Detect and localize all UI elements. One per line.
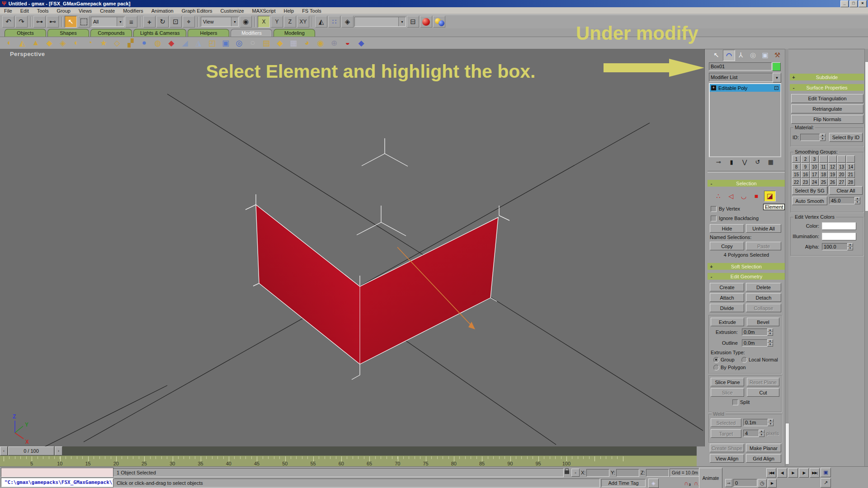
tab-modeling[interactable]: Modeling xyxy=(274,29,315,37)
modifier-icon[interactable]: ◆ xyxy=(44,38,54,48)
surface-properties-rollout-header[interactable]: -Surface Properties xyxy=(790,84,864,91)
view-align-button[interactable]: View Align xyxy=(710,454,744,463)
tab-modifiers[interactable]: Modifiers xyxy=(231,29,272,37)
maximize-button[interactable]: □ xyxy=(849,0,858,7)
material-editor-icon[interactable] xyxy=(420,16,432,28)
ignore-backfacing-checkbox[interactable] xyxy=(711,216,717,221)
menu-item[interactable]: Help xyxy=(280,8,298,14)
create-shape-button[interactable]: Create Shape xyxy=(710,444,744,452)
menu-item[interactable]: Edit xyxy=(16,8,33,14)
by-vertex-checkbox[interactable] xyxy=(711,206,717,212)
x-coord-field[interactable] xyxy=(586,469,609,477)
select-by-sg-button[interactable]: Select By SG xyxy=(792,186,827,195)
render-icon[interactable] xyxy=(433,16,445,28)
material-id-spinner[interactable]: ▲▼ xyxy=(820,134,826,141)
smoothing-group-button[interactable]: 20 xyxy=(837,171,846,178)
extended-panel-scrollbar[interactable] xyxy=(864,49,868,466)
box-left-wall[interactable] xyxy=(256,205,360,364)
time-configuration-icon[interactable]: ◷ xyxy=(758,479,767,488)
hide-button[interactable]: Hide xyxy=(710,224,744,233)
modifier-icon[interactable]: ◖ xyxy=(4,38,14,48)
absolute-offset-toggle-icon[interactable]: ◦ xyxy=(571,469,580,477)
polygon-mode-icon[interactable]: ■ xyxy=(751,192,761,201)
menu-item[interactable]: Tools xyxy=(33,8,53,14)
smoothing-group-button[interactable]: 3 xyxy=(810,155,819,163)
use-center-icon[interactable]: ◉ xyxy=(240,16,252,28)
by-polygon-radio[interactable] xyxy=(713,365,719,371)
smoothing-group-button[interactable]: 2 xyxy=(801,155,810,163)
select-and-link-icon[interactable]: ⊶ xyxy=(33,16,46,28)
time-slider[interactable]: 0 / 100 xyxy=(8,446,54,455)
menu-item[interactable]: Create xyxy=(96,8,119,14)
configure-modifier-sets-icon[interactable]: ▦ xyxy=(766,158,775,166)
smoothing-group-button[interactable] xyxy=(837,155,846,163)
menu-item[interactable]: Graph Editors xyxy=(178,8,217,14)
smoothing-group-button[interactable]: 15 xyxy=(792,171,801,178)
y-coord-field[interactable] xyxy=(616,469,639,477)
modifier-icon[interactable]: ◌ xyxy=(248,38,258,48)
smoothing-group-button[interactable]: 26 xyxy=(828,178,837,186)
named-selection-dropdown[interactable]: ▼ xyxy=(354,17,406,27)
edge-mode-icon[interactable]: ◁ xyxy=(726,192,736,201)
outline-field[interactable]: 0.0m xyxy=(742,339,768,347)
attach-button[interactable]: Attach xyxy=(710,293,744,302)
utilities-tab-icon[interactable]: ⚒ xyxy=(772,50,783,60)
modifier-icon[interactable]: ◎ xyxy=(234,38,244,48)
smoothing-group-button[interactable]: 17 xyxy=(810,171,819,178)
selection-filter-icon[interactable]: ▶ xyxy=(768,479,777,488)
group-radio[interactable] xyxy=(713,357,719,363)
local-normal-radio[interactable] xyxy=(741,357,747,363)
slice-button[interactable]: Slice xyxy=(711,388,744,397)
select-and-scale-icon[interactable]: ⊡ xyxy=(170,16,182,28)
modifier-icon[interactable]: ◭ xyxy=(17,38,27,48)
weld-selected-button[interactable]: Selected xyxy=(711,418,741,427)
alpha-spinner[interactable]: ▲▼ xyxy=(847,243,853,250)
alpha-field[interactable]: 100.0 xyxy=(822,243,848,250)
smoothing-group-button[interactable]: 22 xyxy=(792,178,801,186)
create-button[interactable]: Create xyxy=(710,283,744,291)
clear-all-button[interactable]: Clear All xyxy=(829,186,863,195)
z-coord-field[interactable] xyxy=(646,469,669,477)
pin-stack-icon[interactable]: ⊸ xyxy=(714,158,723,166)
array-icon[interactable]: ∷ xyxy=(328,16,340,28)
modifier-icon[interactable]: ◢ xyxy=(180,38,190,48)
stack-item-editable-poly[interactable]: + Editable Poly ⊡ xyxy=(710,84,780,92)
modifier-icon[interactable]: ◕ xyxy=(302,38,312,48)
select-by-name-icon[interactable]: ≡ xyxy=(125,16,137,28)
illumination-swatch[interactable] xyxy=(822,233,856,240)
subdivide-rollout-header[interactable]: +Subdivide xyxy=(790,74,864,80)
outline-spinner[interactable]: ▲▼ xyxy=(767,339,773,347)
border-mode-icon[interactable]: ◡ xyxy=(739,192,749,201)
align-icon[interactable]: ◈ xyxy=(341,16,354,28)
modifier-icon[interactable]: ▣ xyxy=(221,38,231,48)
time-back-icon[interactable]: ‹ xyxy=(0,446,8,455)
undo-icon[interactable]: ↶ xyxy=(2,16,14,28)
scrollbar-thumb[interactable] xyxy=(865,61,868,211)
smoothing-group-button[interactable]: 10 xyxy=(810,163,819,170)
smoothing-group-button[interactable]: 24 xyxy=(810,178,819,186)
redo-icon[interactable]: ↷ xyxy=(15,16,28,28)
modifier-icon[interactable]: ◉ xyxy=(316,38,326,48)
playback-button[interactable]: |▶ xyxy=(799,468,809,478)
select-and-move-icon[interactable]: + xyxy=(143,16,156,28)
timeline-ruler[interactable]: 5101520253035404550556065707580859095100 xyxy=(0,455,697,467)
reset-plane-button[interactable]: Reset Plane xyxy=(747,378,779,386)
close-button[interactable]: × xyxy=(859,0,867,7)
tab-helpers[interactable]: Helpers xyxy=(188,29,229,37)
modifier-icon[interactable]: ◮ xyxy=(193,38,203,48)
smoothing-group-button[interactable]: 1 xyxy=(792,155,801,163)
delete-button[interactable]: Delete xyxy=(746,283,781,291)
divide-button[interactable]: Divide xyxy=(710,304,744,312)
display-tab-icon[interactable]: ▣ xyxy=(760,50,771,60)
smoothing-group-button[interactable]: 18 xyxy=(819,171,828,178)
create-tab-icon[interactable]: ↖ xyxy=(711,50,722,60)
hierarchy-tab-icon[interactable]: ⅄ xyxy=(735,50,746,60)
menu-item[interactable]: FS Tools xyxy=(298,8,326,14)
modifier-icon[interactable]: ▲ xyxy=(31,38,41,48)
reference-coordinate-dropdown[interactable]: View ▼ xyxy=(201,17,239,27)
animate-button[interactable]: Animate xyxy=(699,468,722,488)
grid-align-button[interactable]: Grid Align xyxy=(746,454,781,463)
smoothing-group-button[interactable] xyxy=(846,155,855,163)
auto-smooth-spinner[interactable]: ▲▼ xyxy=(854,197,860,204)
weld-threshold-field[interactable]: 0.1m xyxy=(743,419,768,426)
